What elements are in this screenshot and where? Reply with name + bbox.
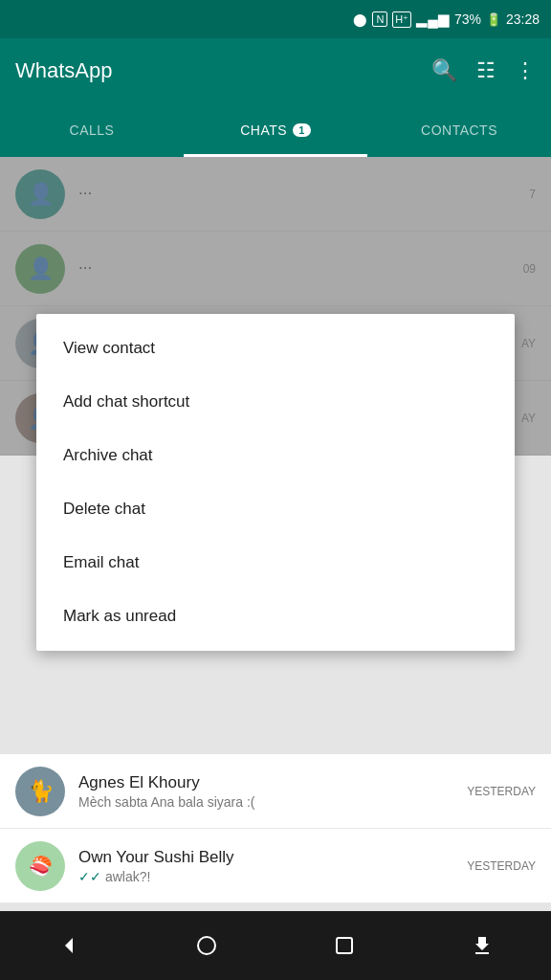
chat-meta: YESTERDAY bbox=[467, 785, 536, 798]
more-options-icon[interactable]: ⋮ bbox=[515, 58, 536, 83]
chat-preview-text: awlak?! bbox=[105, 869, 150, 884]
menu-item-mark-unread[interactable]: Mark as unread bbox=[36, 590, 515, 643]
chat-list: 👤 ··· 7 👤 ··· 09 👤 ··· AY bbox=[0, 157, 551, 903]
back-button[interactable] bbox=[46, 923, 92, 969]
signal-icon: ▂▄▆ bbox=[416, 11, 450, 28]
status-icons: ⬤ N H⁺ ▂▄▆ 73% 🔋 23:28 bbox=[353, 11, 540, 28]
chat-time: YESTERDAY bbox=[467, 785, 536, 798]
svg-marker-0 bbox=[65, 938, 73, 953]
tab-calls[interactable]: CALLS bbox=[0, 103, 184, 157]
chat-meta: YESTERDAY bbox=[467, 859, 536, 873]
menu-item-delete-chat[interactable]: Delete chat bbox=[36, 482, 515, 536]
download-icon[interactable] bbox=[459, 923, 505, 969]
tab-calls-label: CALLS bbox=[70, 122, 115, 138]
avatar: 🐈 bbox=[15, 767, 65, 816]
chats-badge: 1 bbox=[293, 123, 311, 137]
time-display: 23:28 bbox=[506, 11, 540, 27]
battery-percentage: 73% bbox=[454, 11, 481, 27]
menu-item-archive-chat[interactable]: Archive chat bbox=[36, 429, 515, 482]
search-icon[interactable]: 🔍 bbox=[431, 58, 457, 83]
h-plus-icon: H⁺ bbox=[392, 11, 411, 28]
menu-item-add-shortcut[interactable]: Add chat shortcut bbox=[36, 375, 515, 429]
tab-chats-label: CHATS bbox=[240, 122, 287, 138]
home-button[interactable] bbox=[184, 923, 230, 969]
message-icon[interactable]: ☷ bbox=[476, 58, 496, 83]
chat-time: YESTERDAY bbox=[467, 859, 536, 873]
chat-info: Agnes El Khoury Mèch sabta Ana bala siya… bbox=[78, 773, 457, 810]
svg-marker-3 bbox=[475, 937, 489, 950]
context-menu: View contact Add chat shortcut Archive c… bbox=[36, 314, 515, 651]
svg-rect-2 bbox=[337, 938, 352, 953]
chat-preview: Mèch sabta Ana bala siyara :( bbox=[78, 794, 457, 810]
tab-chats[interactable]: CHATS 1 bbox=[184, 103, 367, 157]
status-bar: ⬤ N H⁺ ▂▄▆ 73% 🔋 23:28 bbox=[0, 0, 551, 38]
tab-contacts[interactable]: CONTACTS bbox=[367, 103, 551, 157]
list-item[interactable]: 🍣 Own Your Sushi Belly ✓✓ awlak?! YESTER… bbox=[0, 829, 551, 903]
battery-icon: 🔋 bbox=[486, 12, 501, 27]
list-item[interactable]: 🐈 Agnes El Khoury Mèch sabta Ana bala si… bbox=[0, 754, 551, 829]
recents-button[interactable] bbox=[321, 923, 367, 969]
chat-name: Own Your Sushi Belly bbox=[78, 848, 457, 867]
menu-item-email-chat[interactable]: Email chat bbox=[36, 536, 515, 590]
svg-rect-4 bbox=[475, 952, 489, 954]
chat-preview: ✓✓ awlak?! bbox=[78, 869, 457, 884]
bluetooth-icon: ⬤ bbox=[353, 12, 367, 27]
app-title: WhatsApp bbox=[15, 58, 113, 83]
tab-bar: CALLS CHATS 1 CONTACTS bbox=[0, 103, 551, 157]
chat-info: Own Your Sushi Belly ✓✓ awlak?! bbox=[78, 848, 457, 884]
svg-point-1 bbox=[198, 937, 215, 954]
menu-item-view-contact[interactable]: View contact bbox=[36, 322, 515, 375]
avatar: 🍣 bbox=[15, 841, 65, 891]
tab-contacts-label: CONTACTS bbox=[421, 122, 497, 138]
double-tick-icon: ✓✓ bbox=[78, 869, 101, 884]
chat-name: Agnes El Khoury bbox=[78, 773, 457, 792]
navigation-bar bbox=[0, 911, 551, 980]
app-header: WhatsApp 🔍 ☷ ⋮ bbox=[0, 38, 551, 103]
header-actions: 🔍 ☷ ⋮ bbox=[431, 58, 536, 83]
nfc-icon: N bbox=[372, 11, 387, 27]
